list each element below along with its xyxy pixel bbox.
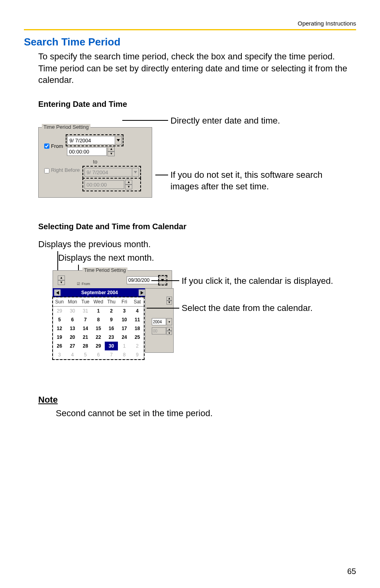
cal-dow-label: Sat (131, 297, 144, 307)
to-label: to (43, 159, 148, 165)
from-checkbox[interactable] (44, 144, 49, 149)
svg-marker-3 (56, 291, 59, 295)
cal-day-cell[interactable]: 28 (79, 342, 92, 350)
cal-day-cell[interactable]: 1 (118, 342, 131, 350)
next-month-button[interactable] (139, 289, 145, 296)
from-date-input[interactable]: 9/ 7/2004 (67, 136, 115, 145)
prev-month-button[interactable] (54, 289, 61, 296)
cal-day-cell[interactable]: 27 (66, 342, 79, 350)
cal-day-cell[interactable]: 16 (105, 324, 118, 333)
from-time-input[interactable]: 00:00:00 (67, 147, 107, 156)
rb-time-input: 00:00:00 (84, 180, 124, 189)
cal-day-cell[interactable]: 30 (66, 307, 79, 316)
cal-day-cell[interactable]: 12 (53, 324, 66, 333)
cal-day-cell[interactable]: 9 (131, 350, 144, 359)
caption-prev-month: Displays the previous month. (38, 239, 356, 250)
cal-day-cell[interactable]: 5 (79, 350, 92, 359)
cal-day-cell[interactable]: 5 (53, 315, 66, 324)
cal-day-cell[interactable]: 22 (92, 333, 105, 342)
cal-day-cell[interactable]: 8 (92, 315, 105, 324)
cal-side-year-dd[interactable]: ▾ (166, 318, 172, 325)
cal-side-panel: ▲ ▼ 2004 ▾ 00 ▲ ▼ (145, 288, 174, 353)
cal-day-cell[interactable]: 21 (79, 333, 92, 342)
section-intro: To specify the search time period, check… (38, 51, 356, 86)
annotation-not-set: If you do not set it, this software sear… (170, 169, 350, 192)
cal-day-cell[interactable]: 15 (92, 324, 105, 333)
cal-day-cell[interactable]: 14 (79, 324, 92, 333)
spin-down-icon: ▼ (58, 280, 65, 285)
spin-up-icon: ▲ (108, 147, 115, 151)
leader-line (155, 175, 168, 175)
page-number: 65 (347, 567, 356, 576)
spin-up-icon: ▲ (125, 180, 132, 185)
subhead-entering: Entering Date and Time (38, 100, 356, 109)
cal-day-cell[interactable]: 24 (118, 333, 131, 342)
panel-legend: Time Period Setting (42, 124, 90, 130)
rb-date-input: 9/ 7/2004 (84, 168, 132, 177)
cal-day-cell[interactable]: 26 (53, 342, 66, 350)
subhead-calendar: Selecting Date and Time from Calendar (38, 222, 356, 231)
spin-down-icon: ▼ (108, 151, 115, 156)
cal-day-cell[interactable]: 3 (53, 350, 66, 359)
chevron-down-icon (117, 139, 120, 142)
annotation-select-date: Select the date from the calendar. (182, 303, 313, 313)
cal-day-cell[interactable]: 30 (105, 342, 118, 350)
cal-panel-legend: Time Period Setting (82, 267, 127, 273)
spin-down-icon: ▼ (166, 331, 172, 335)
cal-day-cell[interactable]: 23 (105, 333, 118, 342)
cal-day-cell[interactable]: 25 (131, 333, 144, 342)
cal-day-cell[interactable]: 18 (131, 324, 144, 333)
svg-marker-4 (141, 291, 143, 295)
cal-day-cell[interactable]: 13 (66, 324, 79, 333)
spin-down-icon: ▼ (125, 185, 132, 189)
caption-next-month: Displays the next month. (58, 253, 356, 263)
cal-day-cell[interactable]: 9 (105, 315, 118, 324)
cal-day-cell[interactable]: 29 (53, 307, 66, 316)
cal-day-cell[interactable]: 6 (66, 315, 79, 324)
from-date-dropdown[interactable] (115, 136, 122, 145)
cal-day-cell[interactable]: 29 (92, 342, 105, 350)
cal-day-cell[interactable]: 4 (66, 350, 79, 359)
rb-date-dropdown (132, 168, 139, 177)
cal-side-year[interactable]: 2004 (152, 318, 166, 325)
time-period-panel: Time Period Setting From 9/ 7/2004 (38, 127, 152, 198)
cal-day-cell[interactable]: 31 (79, 307, 92, 316)
cal-from-spinner[interactable]: ▲ ▼ (57, 275, 65, 285)
cal-top-panel: Time Period Setting ▲ ▼ ☑ From 09/30/200 (53, 270, 172, 289)
annotation-direct-entry: Directly enter date and time. (170, 115, 280, 127)
cal-day-cell[interactable]: 6 (92, 350, 105, 359)
from-time-spinner[interactable]: ▲ ▼ (108, 147, 115, 156)
leader-line (147, 308, 179, 309)
header-divider (24, 29, 356, 30)
right-before-checkbox[interactable] (44, 168, 49, 173)
cal-day-cell[interactable]: 20 (66, 333, 79, 342)
svg-marker-0 (117, 139, 120, 142)
cal-day-cell[interactable]: 7 (105, 350, 118, 359)
cal-month-label: September 2004 (81, 290, 118, 295)
cal-day-cell[interactable]: 17 (118, 324, 131, 333)
cal-day-cell[interactable]: 19 (53, 333, 66, 342)
spin-up-icon: ▲ (166, 297, 172, 301)
cal-day-cell[interactable]: 4 (131, 307, 144, 316)
cal-day-cell[interactable]: 8 (118, 350, 131, 359)
cal-day-cell[interactable]: 2 (105, 307, 118, 316)
chevron-left-icon (56, 291, 59, 295)
header-doc-label: Operating Instructions (24, 20, 356, 29)
note-body: Second cannot be set in the time period. (56, 408, 356, 419)
cal-day-cell[interactable]: 2 (131, 342, 144, 350)
cal-dow-label: Mon (66, 297, 79, 307)
cal-day-cell[interactable]: 10 (118, 315, 131, 324)
cal-side-sec: 00 (152, 327, 166, 334)
cal-day-cell[interactable]: 3 (118, 307, 131, 316)
annotation-open-calendar: If you click it, the calendar is display… (182, 276, 333, 286)
from-label: From (51, 143, 63, 149)
cal-day-cell[interactable]: 1 (92, 307, 105, 316)
chevron-down-icon (134, 171, 137, 173)
cal-dow-label: Fri (118, 297, 131, 307)
leader-line (151, 280, 179, 281)
right-before-label: Right Before (51, 167, 80, 173)
spin-up-icon: ▲ (166, 327, 172, 331)
cal-day-cell[interactable]: 11 (131, 315, 144, 324)
cal-day-cell[interactable]: 7 (79, 315, 92, 324)
calendar-grid[interactable]: SunMonTueWedThuFriSat 293031123456789101… (53, 297, 144, 360)
